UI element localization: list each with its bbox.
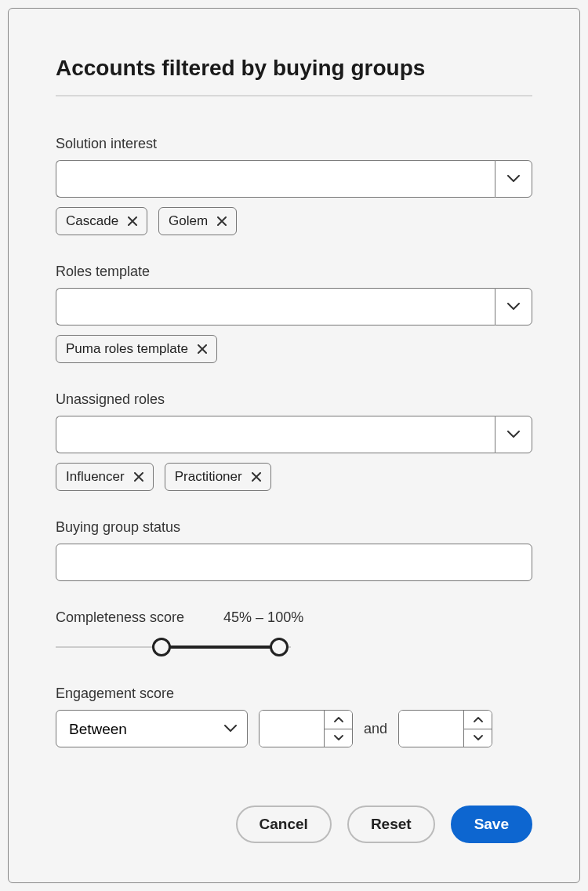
chevron-up-icon [334, 717, 343, 722]
and-text: and [364, 721, 387, 737]
tag-influencer[interactable]: Influencer [56, 463, 154, 491]
slider-handle-max[interactable] [270, 638, 289, 656]
chevron-down-icon [507, 431, 520, 438]
stepper-up-button[interactable] [464, 711, 492, 729]
field-completeness-score: Completeness score 45% – 100% [56, 609, 532, 657]
engagement-min-stepper [259, 710, 353, 747]
solution-interest-label: Solution interest [56, 136, 532, 152]
close-icon[interactable] [217, 216, 227, 226]
dialog-title: Accounts filtered by buying groups [56, 56, 532, 81]
completeness-slider[interactable] [56, 637, 291, 657]
engagement-operator-select[interactable]: Between [56, 710, 248, 747]
close-icon[interactable] [198, 344, 207, 354]
slider-handle-min[interactable] [152, 638, 171, 656]
roles-template-combo [56, 288, 532, 325]
dialog-footer: Cancel Reset Save [236, 806, 532, 843]
solution-interest-tags: Cascade Golem [56, 207, 532, 235]
stepper-down-button[interactable] [325, 729, 352, 747]
roles-template-dropdown-button[interactable] [495, 288, 532, 325]
slider-fill [162, 646, 279, 649]
field-unassigned-roles: Unassigned roles Influencer Practitioner [56, 391, 532, 491]
solution-interest-dropdown-button[interactable] [495, 160, 532, 198]
unassigned-roles-label: Unassigned roles [56, 391, 532, 408]
tag-label: Cascade [66, 213, 118, 229]
tag-label: Golem [169, 213, 208, 229]
filter-dialog: Accounts filtered by buying groups Solut… [8, 8, 580, 883]
tag-label: Puma roles template [66, 341, 188, 357]
solution-interest-combo [56, 160, 532, 198]
tag-label: Influencer [66, 469, 125, 485]
tag-label: Practitioner [175, 469, 242, 485]
field-buying-group-status: Buying group status [56, 519, 532, 581]
tag-cascade[interactable]: Cascade [56, 207, 147, 235]
solution-interest-input[interactable] [56, 160, 495, 198]
unassigned-roles-input[interactable] [56, 416, 495, 453]
engagement-max-stepper [398, 710, 492, 747]
engagement-operator-wrap: Between [56, 710, 248, 747]
close-icon[interactable] [134, 472, 143, 482]
tag-golem[interactable]: Golem [158, 207, 237, 235]
roles-template-input[interactable] [56, 288, 495, 325]
reset-button[interactable]: Reset [347, 806, 435, 843]
completeness-score-label: Completeness score [56, 609, 184, 626]
buying-group-status-label: Buying group status [56, 519, 532, 536]
roles-template-tags: Puma roles template [56, 335, 532, 363]
stepper-down-button[interactable] [464, 729, 492, 747]
divider [56, 95, 532, 96]
chevron-down-icon [334, 735, 343, 740]
unassigned-roles-tags: Influencer Practitioner [56, 463, 532, 491]
unassigned-roles-combo [56, 416, 532, 453]
cancel-button[interactable]: Cancel [236, 806, 332, 843]
buying-group-status-input[interactable] [56, 544, 532, 581]
field-roles-template: Roles template Puma roles template [56, 264, 532, 363]
tag-puma-roles-template[interactable]: Puma roles template [56, 335, 217, 363]
close-icon[interactable] [252, 472, 261, 482]
stepper-up-button[interactable] [325, 711, 352, 729]
save-button[interactable]: Save [451, 806, 532, 843]
field-solution-interest: Solution interest Cascade Golem [56, 136, 532, 235]
chevron-down-icon [474, 735, 483, 740]
engagement-max-input[interactable] [399, 711, 463, 747]
close-icon[interactable] [128, 216, 137, 226]
completeness-score-range: 45% – 100% [223, 609, 303, 626]
chevron-down-icon [507, 303, 520, 311]
chevron-up-icon [474, 717, 483, 722]
unassigned-roles-dropdown-button[interactable] [495, 416, 532, 453]
roles-template-label: Roles template [56, 264, 532, 280]
chevron-down-icon [507, 175, 520, 183]
field-engagement-score: Engagement score Between [56, 686, 532, 747]
tag-practitioner[interactable]: Practitioner [165, 463, 271, 491]
engagement-min-input[interactable] [260, 711, 324, 747]
engagement-score-label: Engagement score [56, 686, 532, 702]
